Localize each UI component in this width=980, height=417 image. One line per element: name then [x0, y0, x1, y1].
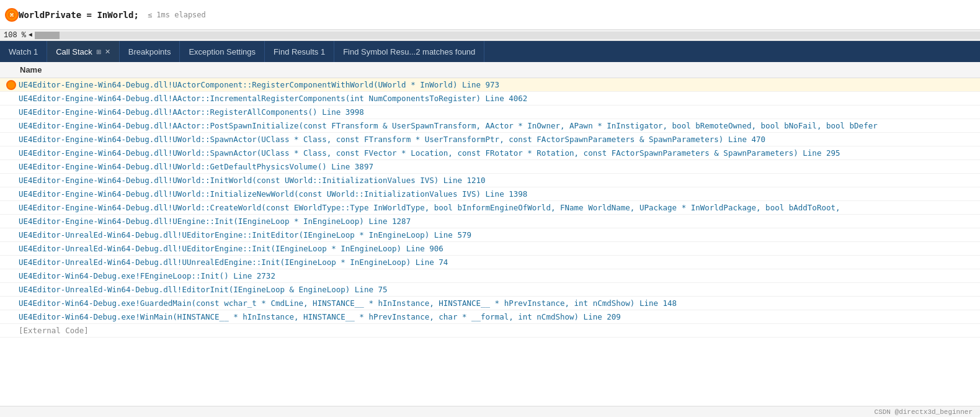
- stack-entry-text: UE4Editor-Engine-Win64-Debug.dll!UWorld:…: [19, 148, 840, 158]
- tab-findsymbol[interactable]: Find Symbol Resu...2 matches found: [334, 41, 484, 62]
- tab-callstack-label: Call Stack: [56, 47, 92, 56]
- table-row[interactable]: UE4Editor-Engine-Win64-Debug.dll!UWorld:…: [0, 201, 980, 215]
- top-code-area: WorldPrivate = InWorld; ≤ 1ms elapsed: [0, 0, 980, 30]
- stack-entry-text: UE4Editor-Engine-Win64-Debug.dll!UWorld:…: [19, 135, 765, 144]
- close-icon[interactable]: ✕: [105, 48, 110, 56]
- zoom-value: 108 %: [2, 31, 27, 40]
- table-row[interactable]: UE4Editor-Engine-Win64-Debug.dll!AActor:…: [0, 92, 980, 105]
- table-row[interactable]: UE4Editor-Engine-Win64-Debug.dll!AActor:…: [0, 119, 980, 133]
- table-row[interactable]: UE4Editor-UnrealEd-Win64-Debug.dll!Edito…: [0, 283, 980, 297]
- tab-exceptionsettings-label: Exception Settings: [189, 47, 256, 56]
- stack-entry-text: UE4Editor-Engine-Win64-Debug.dll!AActor:…: [19, 121, 878, 130]
- debug-indicator-icon: [5, 8, 19, 22]
- tab-findresults1-label: Find Results 1: [274, 47, 325, 56]
- bottom-bar: CSDN @directx3d_beginner: [0, 406, 980, 417]
- watermark-text: CSDN @directx3d_beginner: [875, 408, 973, 416]
- table-row[interactable]: UE4Editor-UnrealEd-Win64-Debug.dll!UEdit…: [0, 242, 980, 256]
- table-row[interactable]: UE4Editor-Win64-Debug.exe!GuardedMain(co…: [0, 297, 980, 310]
- stack-entry-text: UE4Editor-Engine-Win64-Debug.dll!UWorld:…: [19, 162, 373, 171]
- zoom-selector[interactable]: 108 % ◄: [2, 31, 32, 40]
- scrollbar-area: 108 % ◄: [0, 30, 980, 41]
- code-variable: WorldPrivate = InWorld;: [19, 10, 139, 20]
- stack-entry-text: UE4Editor-Engine-Win64-Debug.dll!UEngine…: [19, 217, 411, 226]
- table-row[interactable]: UE4Editor-Engine-Win64-Debug.dll!AActor:…: [0, 105, 980, 119]
- elapsed-text: ≤ 1ms elapsed: [148, 11, 206, 19]
- tab-breakpoints-label: Breakpoints: [128, 47, 171, 56]
- stack-entry-text: UE4Editor-Engine-Win64-Debug.dll!UWorld:…: [19, 203, 840, 212]
- code-line: WorldPrivate = InWorld; ≤ 1ms elapsed: [19, 10, 206, 20]
- table-row[interactable]: UE4Editor-Engine-Win64-Debug.dll!UWorld:…: [0, 133, 980, 146]
- table-row[interactable]: UE4Editor-UnrealEd-Win64-Debug.dll!UUnre…: [0, 256, 980, 269]
- table-row[interactable]: UE4Editor-Engine-Win64-Debug.dll!UWorld:…: [0, 160, 980, 174]
- stack-entry-text: UE4Editor-UnrealEd-Win64-Debug.dll!Edito…: [19, 285, 388, 294]
- column-header: Name: [0, 62, 980, 78]
- stack-entry-text: UE4Editor-Win64-Debug.exe!WinMain(HINSTA…: [19, 312, 621, 321]
- tab-watch1-label: Watch 1: [9, 47, 38, 56]
- name-column-header: Name: [20, 65, 42, 74]
- horizontal-scrollbar[interactable]: [35, 32, 980, 39]
- stack-entry-text: UE4Editor-UnrealEd-Win64-Debug.dll!UUnre…: [19, 258, 448, 267]
- stack-entry-text: UE4Editor-Engine-Win64-Debug.dll!UActorC…: [19, 80, 499, 89]
- tab-findsymbol-label: Find Symbol Resu...2 matches found: [343, 47, 475, 56]
- stack-entry-text: UE4Editor-UnrealEd-Win64-Debug.dll!UEdit…: [19, 230, 471, 240]
- zoom-arrow[interactable]: ◄: [29, 32, 32, 38]
- stack-entry-text: UE4Editor-UnrealEd-Win64-Debug.dll!UEdit…: [19, 244, 443, 253]
- stack-entry-text: UE4Editor-Engine-Win64-Debug.dll!UWorld:…: [19, 176, 486, 185]
- current-frame-icon: [6, 80, 16, 90]
- tab-exceptionsettings[interactable]: Exception Settings: [180, 41, 265, 62]
- tab-callstack[interactable]: Call Stack ⊞ ✕: [47, 41, 120, 62]
- tab-findresults1[interactable]: Find Results 1: [265, 41, 334, 62]
- pin-icon: ⊞: [96, 48, 101, 55]
- tab-watch1[interactable]: Watch 1: [0, 41, 47, 62]
- stack-entry-text: UE4Editor-Win64-Debug.exe!GuardedMain(co…: [19, 298, 677, 308]
- code-text: WorldPrivate = InWorld;: [19, 10, 139, 20]
- call-stack-area[interactable]: UE4Editor-Engine-Win64-Debug.dll!UActorC…: [0, 78, 980, 406]
- scrollbar-thumb[interactable]: [35, 32, 60, 39]
- stack-entry-text: UE4Editor-Win64-Debug.exe!FEngineLoop::I…: [19, 271, 275, 280]
- stack-entry-text: UE4Editor-Engine-Win64-Debug.dll!AActor:…: [19, 107, 364, 117]
- stack-entry-text: UE4Editor-Engine-Win64-Debug.dll!AActor:…: [19, 94, 527, 103]
- table-row[interactable]: UE4Editor-Engine-Win64-Debug.dll!UEngine…: [0, 215, 980, 228]
- table-row[interactable]: UE4Editor-UnrealEd-Win64-Debug.dll!UEdit…: [0, 228, 980, 242]
- table-row[interactable]: [External Code]: [0, 324, 980, 338]
- table-row[interactable]: UE4Editor-Engine-Win64-Debug.dll!UActorC…: [0, 78, 980, 92]
- table-row[interactable]: UE4Editor-Engine-Win64-Debug.dll!UWorld:…: [0, 187, 980, 201]
- table-row[interactable]: UE4Editor-Win64-Debug.exe!FEngineLoop::I…: [0, 269, 980, 283]
- table-row[interactable]: UE4Editor-Engine-Win64-Debug.dll!UWorld:…: [0, 146, 980, 160]
- tab-bar: Watch 1 Call Stack ⊞ ✕ Breakpoints Excep…: [0, 41, 980, 62]
- stack-entry-text: [External Code]: [19, 326, 89, 335]
- table-row[interactable]: UE4Editor-Win64-Debug.exe!WinMain(HINSTA…: [0, 310, 980, 324]
- stack-entry-text: UE4Editor-Engine-Win64-Debug.dll!UWorld:…: [19, 189, 527, 199]
- tab-breakpoints[interactable]: Breakpoints: [120, 41, 180, 62]
- table-row[interactable]: UE4Editor-Engine-Win64-Debug.dll!UWorld:…: [0, 174, 980, 187]
